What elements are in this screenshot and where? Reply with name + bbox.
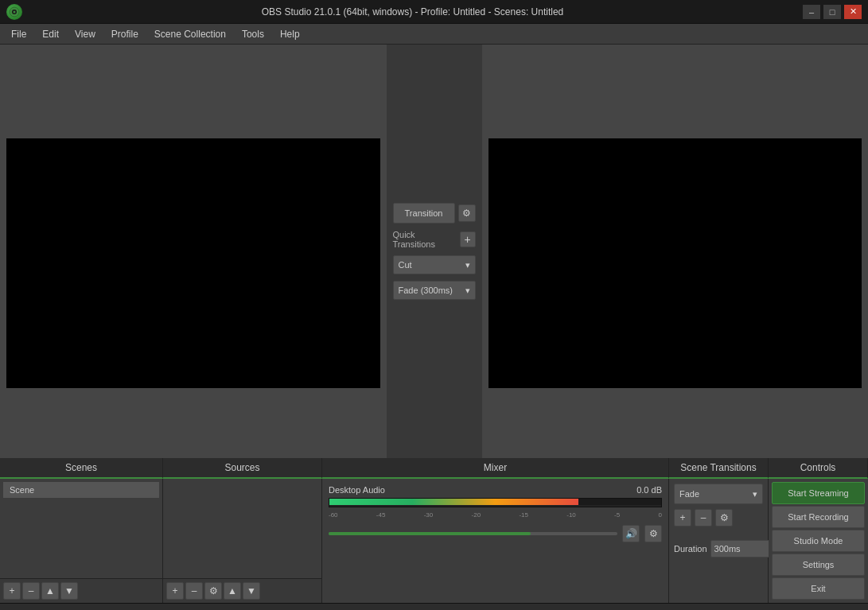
- window-controls: – □ ✕: [803, 5, 862, 19]
- cut-label: Cut: [399, 260, 412, 270]
- exit-button[interactable]: Exit: [772, 577, 865, 600]
- fade-type-dropdown[interactable]: Fade ▾: [674, 484, 763, 504]
- right-preview-top-gray: [488, 51, 862, 138]
- volume-slider-fill: [329, 532, 531, 535]
- cut-chevron-icon: ▾: [465, 260, 470, 270]
- close-button[interactable]: ✕: [844, 5, 862, 19]
- duration-row: Duration ▲ ▼: [674, 531, 763, 566]
- left-preview-screen: [6, 138, 380, 388]
- meter-bar: [329, 499, 578, 505]
- title-bar: OBS Studio 21.0.1 (64bit, windows) - Pro…: [0, 0, 868, 24]
- controls-panel-header: Controls: [769, 458, 868, 479]
- left-preview-panel: [0, 45, 387, 458]
- sources-panel: + – ⚙ ▲ ▼: [163, 479, 322, 603]
- right-preview-bottom-gray: [488, 388, 862, 452]
- menu-view[interactable]: View: [67, 24, 103, 44]
- fade-label: Fade (300ms): [399, 286, 453, 295]
- transition-panel: Transition ⚙ Quick Transitions + Cut ▾ F…: [387, 45, 482, 458]
- mixer-panel: Desktop Audio 0.0 dB -60 -45 -30 -20 -15…: [322, 479, 669, 603]
- transition-settings-button[interactable]: ⚙: [458, 204, 476, 222]
- add-quick-transition-button[interactable]: +: [460, 231, 476, 247]
- mixer-panel-header: Mixer: [322, 458, 669, 479]
- sources-list: [163, 479, 321, 578]
- duration-label: Duration: [674, 544, 707, 554]
- fade-dropdown[interactable]: Fade (300ms) ▾: [393, 281, 476, 300]
- fade-chevron-icon: ▾: [465, 286, 470, 296]
- mixer-track-header: Desktop Audio 0.0 dB: [329, 485, 662, 495]
- left-preview-top-gray: [6, 51, 380, 138]
- scene-list: Scene: [0, 479, 162, 578]
- mixer-track: Desktop Audio 0.0 dB -60 -45 -30 -20 -15…: [329, 485, 662, 542]
- right-preview-screen: [488, 138, 862, 388]
- transition-actions: + – ⚙: [674, 509, 763, 526]
- menu-file[interactable]: File: [3, 24, 34, 44]
- menu-edit[interactable]: Edit: [34, 24, 67, 44]
- mixer-controls: 🔊 ⚙: [329, 525, 662, 542]
- audio-meter: [329, 498, 662, 507]
- mixer-settings-button[interactable]: ⚙: [644, 525, 662, 542]
- track-label: Desktop Audio: [329, 485, 385, 495]
- menu-scene-collection[interactable]: Scene Collection: [146, 24, 234, 44]
- start-streaming-button[interactable]: Start Streaming: [772, 482, 865, 504]
- volume-slider[interactable]: [329, 532, 617, 535]
- sources-footer: + – ⚙ ▲ ▼: [163, 578, 321, 603]
- maximize-button[interactable]: □: [823, 5, 841, 19]
- transition-button[interactable]: Transition: [393, 203, 455, 223]
- scenes-panel-header: Scenes: [0, 458, 163, 479]
- panels-body: Scene + – ▲ ▼ + – ⚙ ▲ ▼ Desktop Audio 0.…: [0, 479, 868, 603]
- menu-bar: File Edit View Profile Scene Collection …: [0, 24, 868, 45]
- quick-transitions-row: Quick Transitions +: [393, 230, 476, 249]
- move-scene-up-button[interactable]: ▲: [41, 582, 59, 600]
- scenes-panel: Scene + – ▲ ▼: [0, 479, 163, 603]
- add-source-button[interactable]: +: [166, 582, 184, 600]
- cut-dropdown[interactable]: Cut ▾: [393, 255, 476, 274]
- preview-area: Transition ⚙ Quick Transitions + Cut ▾ F…: [0, 45, 868, 458]
- start-recording-button[interactable]: Start Recording: [772, 506, 865, 528]
- mute-button[interactable]: 🔊: [622, 525, 640, 542]
- right-preview-panel: [482, 45, 869, 458]
- audio-meter-scale: [329, 499, 661, 505]
- transition-config-button[interactable]: ⚙: [715, 509, 733, 526]
- scenes-footer: + – ▲ ▼: [0, 578, 162, 603]
- minimize-button[interactable]: –: [803, 5, 820, 19]
- add-transition-button[interactable]: +: [674, 509, 691, 526]
- menu-help[interactable]: Help: [272, 24, 308, 44]
- track-db: 0.0 dB: [636, 485, 662, 495]
- app-logo: [6, 4, 22, 20]
- scene-transitions-panel-header: Scene Transitions: [669, 458, 769, 479]
- settings-button[interactable]: Settings: [772, 554, 865, 576]
- studio-mode-button[interactable]: Studio Mode: [772, 530, 865, 552]
- controls-panel: Start Streaming Start Recording Studio M…: [769, 479, 868, 603]
- menu-tools[interactable]: Tools: [234, 24, 272, 44]
- move-source-down-button[interactable]: ▼: [243, 582, 260, 600]
- meter-scale-row: -60 -45 -30 -20 -15 -10 -5 0: [329, 511, 662, 519]
- list-item[interactable]: Scene: [3, 482, 159, 498]
- fade-type-label: Fade: [679, 489, 699, 499]
- move-scene-down-button[interactable]: ▼: [60, 582, 78, 600]
- source-settings-button[interactable]: ⚙: [204, 582, 222, 600]
- status-bar: LIVE: 00:00:00 REC: 00:00:00 CPU: 4.4%, …: [0, 603, 868, 610]
- scene-transitions-panel: Fade ▾ + – ⚙ Duration ▲ ▼: [669, 479, 769, 603]
- svg-point-2: [14, 10, 16, 13]
- sources-panel-header: Sources: [163, 458, 322, 479]
- remove-scene-button[interactable]: –: [22, 582, 40, 600]
- menu-profile[interactable]: Profile: [103, 24, 146, 44]
- transition-row: Transition ⚙: [393, 203, 476, 223]
- add-scene-button[interactable]: +: [3, 582, 21, 600]
- remove-transition-button[interactable]: –: [695, 509, 712, 526]
- move-source-up-button[interactable]: ▲: [224, 582, 241, 600]
- quick-transitions-label: Quick Transitions: [393, 230, 460, 249]
- fade-type-chevron-icon: ▾: [753, 489, 757, 499]
- window-title: OBS Studio 21.0.1 (64bit, windows) - Pro…: [22, 6, 803, 17]
- remove-source-button[interactable]: –: [185, 582, 203, 600]
- panel-headers: Scenes Sources Mixer Scene Transitions C…: [0, 458, 868, 479]
- left-preview-bottom-gray: [6, 388, 380, 452]
